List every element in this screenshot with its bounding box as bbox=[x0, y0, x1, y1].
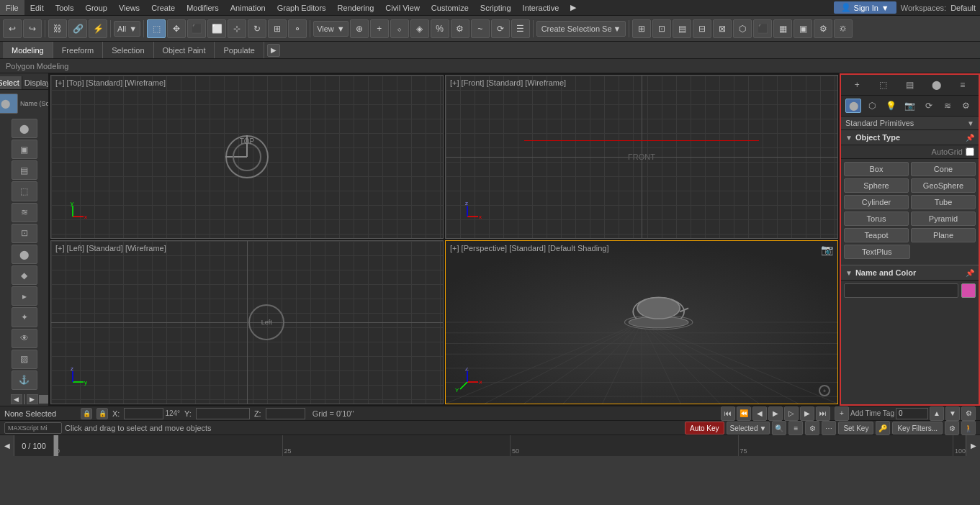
rp-name-color-header[interactable]: ▼ Name and Color 📌 bbox=[841, 265, 979, 281]
rp-icon-helper[interactable]: ⟳ bbox=[921, 99, 937, 113]
timeline-track[interactable]: 0 25 50 75 100 bbox=[54, 435, 966, 456]
snaps-button[interactable]: ⬦ bbox=[390, 19, 409, 38]
extra-tools-2[interactable]: ⛭ bbox=[834, 19, 853, 38]
view-dropdown[interactable]: View ▼ bbox=[313, 21, 349, 37]
autogrid-label[interactable]: AutoGrid bbox=[845, 147, 974, 156]
curve-editor[interactable]: ⊟ bbox=[693, 19, 711, 38]
scale-tool[interactable]: ⊞ bbox=[268, 19, 287, 38]
move-tool[interactable]: ✥ bbox=[167, 19, 186, 38]
lp-scroll-left[interactable]: ◀ bbox=[11, 394, 22, 404]
arc-rotate[interactable]: ⟳ bbox=[491, 19, 510, 38]
lp-scroll-right[interactable]: ▶ bbox=[27, 394, 38, 404]
menu-views[interactable]: Views bbox=[113, 0, 145, 15]
time-cfg[interactable]: ⚙ bbox=[961, 406, 976, 421]
layer-manager[interactable]: ▤ bbox=[673, 19, 691, 38]
lp-icon-7[interactable]: ⬤ bbox=[12, 245, 37, 264]
lp-tab-select[interactable]: Select bbox=[0, 76, 22, 89]
btn-torus[interactable]: Torus bbox=[844, 211, 909, 226]
tab-modeling[interactable]: Modeling bbox=[3, 42, 53, 58]
menu-create[interactable]: Create bbox=[145, 0, 181, 15]
walk-btn[interactable]: 🚶 bbox=[961, 421, 976, 435]
tab-more[interactable]: ▶ bbox=[267, 44, 280, 57]
edit-curves[interactable]: ~ bbox=[471, 19, 490, 38]
tab-object-paint[interactable]: Object Paint bbox=[154, 42, 215, 58]
timeline-next-btn[interactable]: ▶ bbox=[966, 435, 980, 456]
menu-interactive[interactable]: Interactive bbox=[517, 0, 565, 15]
transform-gizmo[interactable]: ⊹ bbox=[228, 19, 246, 38]
lock-y-btn[interactable]: 🔒 bbox=[96, 408, 108, 419]
rp-icon-space-warp[interactable]: ≋ bbox=[940, 99, 956, 113]
timeline-prev-btn[interactable]: ◀ bbox=[0, 435, 14, 456]
rp-object-type-header[interactable]: ▼ Object Type 📌 bbox=[841, 130, 979, 145]
snap-toggle[interactable]: + bbox=[370, 19, 389, 38]
rp-icon-geom[interactable]: ⬤ bbox=[845, 99, 861, 113]
key-icon[interactable]: 🔑 bbox=[876, 421, 890, 435]
rp-icon-light[interactable]: 💡 bbox=[883, 99, 899, 113]
menu-animation[interactable]: Animation bbox=[225, 0, 271, 15]
region-select[interactable]: ⬛ bbox=[187, 19, 206, 38]
render-frame[interactable]: ▦ bbox=[773, 19, 792, 38]
color-swatch[interactable] bbox=[961, 283, 976, 298]
lp-icon-10[interactable]: ✦ bbox=[12, 307, 37, 327]
menu-customize[interactable]: Customize bbox=[426, 0, 475, 15]
add-time-tag-btn[interactable]: + bbox=[835, 406, 849, 421]
btn-plane[interactable]: Plane bbox=[911, 228, 976, 242]
y-input[interactable] bbox=[196, 408, 250, 419]
skip-end-btn[interactable]: ⏭ bbox=[816, 406, 830, 421]
btn-textplus[interactable]: TextPlus bbox=[844, 245, 910, 259]
btn-tube[interactable]: Tube bbox=[911, 195, 976, 209]
time-spinner-up[interactable]: ▲ bbox=[930, 406, 944, 421]
filter-btn[interactable]: ≡ bbox=[788, 421, 803, 435]
skip-start-btn[interactable]: ⏮ bbox=[721, 406, 735, 421]
lp-icon-13[interactable]: ⚓ bbox=[12, 370, 37, 390]
lp-icon-1[interactable]: ⬤ bbox=[12, 119, 37, 138]
lp-tab-display[interactable]: Display bbox=[22, 76, 49, 89]
next-key-btn[interactable]: ▶ bbox=[800, 406, 814, 421]
tab-selection[interactable]: Selection bbox=[103, 42, 153, 58]
btn-cone[interactable]: Cone bbox=[911, 162, 976, 176]
angle-snap[interactable]: ◈ bbox=[410, 19, 429, 38]
lp-icon-3[interactable]: ▤ bbox=[12, 160, 37, 180]
lp-icon-8[interactable]: ◆ bbox=[12, 265, 37, 285]
rp-icon-lines[interactable]: ≡ bbox=[955, 78, 971, 92]
pin-icon-2[interactable]: 📌 bbox=[966, 269, 974, 277]
center-pivot[interactable]: ⊕ bbox=[350, 19, 369, 38]
named-sel[interactable]: ☰ bbox=[511, 19, 530, 38]
time-input[interactable] bbox=[896, 408, 928, 419]
auto-key-btn[interactable]: Auto Key bbox=[685, 422, 724, 435]
viewport-left[interactable]: [+] [Left] [Standard] [Wireframe] Left y… bbox=[50, 240, 444, 404]
viewport-front[interactable]: [+] [Front] [Standard] [Wireframe] FRONT… bbox=[445, 75, 838, 239]
play-btn[interactable]: ▶ bbox=[768, 406, 783, 421]
rp-icon-shape[interactable]: ⬚ bbox=[876, 78, 891, 92]
align-button[interactable]: ⊡ bbox=[652, 19, 671, 38]
redo-button[interactable]: ↪ bbox=[23, 19, 42, 38]
rp-icon-modifier[interactable]: ▤ bbox=[902, 78, 917, 92]
mirror-button[interactable]: ⊞ bbox=[632, 19, 651, 38]
rp-icon-shape2[interactable]: ⬡ bbox=[864, 99, 880, 113]
time-position-display[interactable]: 0 / 100 bbox=[14, 435, 54, 456]
menu-rendering[interactable]: Rendering bbox=[332, 0, 380, 15]
menu-tools[interactable]: Tools bbox=[50, 0, 80, 15]
rp-icon-systems[interactable]: ⚙ bbox=[958, 99, 974, 113]
lp-icon-6[interactable]: ⊡ bbox=[12, 224, 37, 243]
selected-dropdown[interactable]: Selected ▼ bbox=[727, 422, 770, 435]
set-key-btn[interactable]: Set Key bbox=[838, 422, 873, 435]
more-btn[interactable]: ⋯ bbox=[822, 421, 836, 435]
viewport-perspective[interactable]: [+] [Perspective] [Standard] [Default Sh… bbox=[445, 240, 838, 404]
autogrid-checkbox[interactable] bbox=[966, 147, 974, 156]
camera-icon[interactable]: 📷 bbox=[821, 244, 833, 255]
menu-modifiers[interactable]: Modifiers bbox=[181, 0, 225, 15]
tab-populate[interactable]: Populate bbox=[215, 42, 264, 58]
rp-icon-plus[interactable]: + bbox=[849, 78, 865, 92]
btn-geosphere[interactable]: GeoSphere bbox=[911, 178, 976, 193]
anim-menu-btn[interactable]: ⚙ bbox=[945, 421, 959, 435]
menu-group[interactable]: Group bbox=[79, 0, 113, 15]
prev-key-btn[interactable]: ◀ bbox=[752, 406, 767, 421]
btn-teapot[interactable]: Teapot bbox=[844, 228, 909, 242]
extra-tools-1[interactable]: ⚙ bbox=[814, 19, 832, 38]
menu-file[interactable]: File bbox=[0, 0, 24, 15]
tab-freeform[interactable]: Freeform bbox=[53, 42, 104, 58]
signin-button[interactable]: 👤 Sign In ▼ bbox=[834, 1, 896, 14]
lp-filter-icon[interactable]: ⬤ bbox=[0, 94, 18, 114]
link-button[interactable]: ⛓ bbox=[48, 19, 67, 38]
